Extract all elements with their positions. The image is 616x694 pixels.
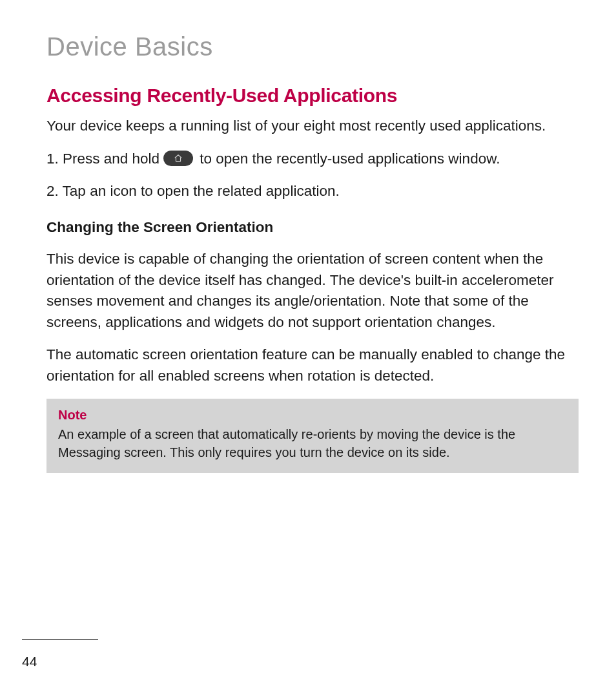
section-title: Accessing Recently-Used Applications xyxy=(46,85,579,107)
note-label: Note xyxy=(58,408,567,423)
page-title: Device Basics xyxy=(46,32,579,61)
page-footer: 44 xyxy=(22,639,93,669)
step-1-after: to open the recently-used applications w… xyxy=(200,149,500,170)
step-1-before: 1. Press and hold xyxy=(46,149,159,170)
footer-rule xyxy=(22,639,98,640)
subsection-p2: The automatic screen orientation feature… xyxy=(46,344,579,386)
step-1: 1. Press and hold to open the recently-u… xyxy=(46,149,579,170)
section-intro: Your device keeps a running list of your… xyxy=(46,116,579,137)
note-box: Note An example of a screen that automat… xyxy=(46,399,579,473)
subsection-p1: This device is capable of changing the o… xyxy=(46,249,579,333)
note-text: An example of a screen that automaticall… xyxy=(58,425,567,461)
subsection-heading: Changing the Screen Orientation xyxy=(46,219,579,236)
step-2: 2. Tap an icon to open the related appli… xyxy=(46,181,579,202)
home-icon xyxy=(163,151,193,166)
page-number: 44 xyxy=(22,654,93,669)
